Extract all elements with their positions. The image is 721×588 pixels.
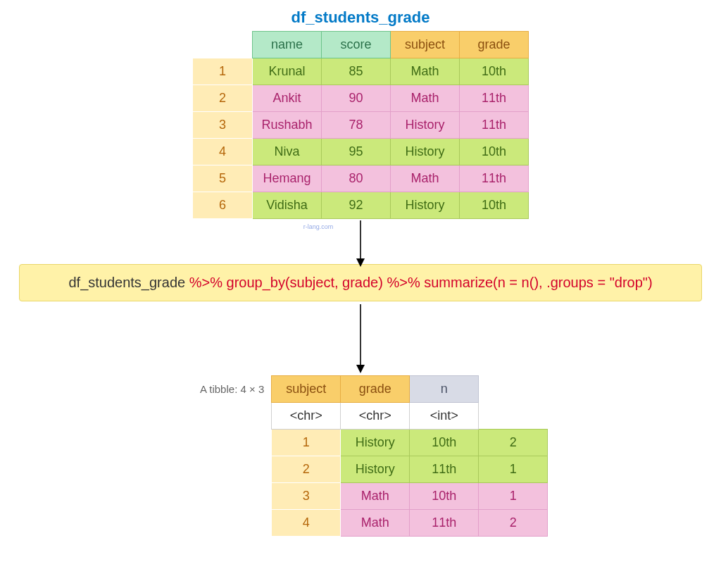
cell-n: 2: [479, 430, 548, 456]
table-row: 1History10th2: [173, 430, 548, 456]
col-grade: grade: [341, 376, 410, 403]
cell-subject: Math: [341, 483, 410, 510]
cell-grade: 11th: [460, 112, 529, 139]
svg-marker-3: [356, 365, 365, 373]
code-summarize: summarize(n = n(), .groups = "drop"): [420, 275, 653, 290]
row-index: 3: [272, 483, 341, 510]
type-int: <int>: [410, 403, 479, 430]
blank-cell: [173, 430, 272, 456]
pipe-operator: %>%: [387, 275, 420, 290]
row-index: 2: [272, 456, 341, 483]
cell-subject: History: [341, 456, 410, 483]
col-subject: subject: [272, 376, 341, 403]
blank-cell: [173, 456, 272, 483]
cell-name: Vidisha: [253, 192, 322, 219]
cell-subject: History: [391, 112, 460, 139]
cell-grade: 11th: [410, 456, 479, 483]
row-index: 2: [193, 85, 253, 112]
row-index: 4: [193, 139, 253, 165]
cell-name: Ankit: [253, 85, 322, 112]
cell-grade: 11th: [460, 85, 529, 112]
cell-n: 1: [479, 483, 548, 510]
cell-grade: 10th: [410, 483, 479, 510]
input-table: name score subject grade 1Krunal85Math10…: [0, 31, 721, 219]
cell-score: 78: [322, 112, 391, 139]
type-row: <chr> <chr> <int>: [173, 403, 548, 430]
table-row: 4Math11th2: [173, 510, 548, 537]
col-n: n: [410, 376, 479, 403]
cell-score: 95: [322, 139, 391, 165]
blank-cell: [173, 510, 272, 537]
blank-cell: [173, 403, 272, 430]
pipe-operator: %>%: [189, 275, 222, 290]
col-grade: grade: [460, 32, 529, 58]
cell-score: 85: [322, 58, 391, 85]
col-subject: subject: [391, 32, 460, 58]
cell-name: Hemang: [253, 165, 322, 192]
cell-subject: History: [341, 430, 410, 456]
diagram-title: df_students_grade: [0, 0, 721, 31]
cell-grade: 10th: [460, 139, 529, 165]
col-score: score: [322, 32, 391, 58]
cell-grade: 11th: [460, 165, 529, 192]
cell-name: Rushabh: [253, 112, 322, 139]
cell-subject: History: [391, 192, 460, 219]
cell-n: 2: [479, 510, 548, 537]
table-row: 3Math10th1: [173, 483, 548, 510]
code-prefix: df_students_grade: [68, 275, 189, 290]
blank-cell: [193, 32, 253, 58]
cell-grade: 10th: [460, 192, 529, 219]
row-index: 3: [193, 112, 253, 139]
type-chr: <chr>: [341, 403, 410, 430]
table-row: 1Krunal85Math10th: [193, 58, 529, 85]
row-index: 1: [193, 58, 253, 85]
blank-cell: [173, 483, 272, 510]
row-index: 4: [272, 510, 341, 537]
cell-grade: 10th: [410, 430, 479, 456]
cell-score: 80: [322, 165, 391, 192]
row-index: 6: [193, 192, 253, 219]
code-groupby: group_by(subject, grade): [222, 275, 387, 290]
code-expression: df_students_grade %>% group_by(subject, …: [19, 264, 702, 301]
table-row: 6Vidisha92History10th: [193, 192, 529, 219]
arrow-down-icon: [346, 301, 375, 375]
cell-name: Niva: [253, 139, 322, 165]
cell-score: 92: [322, 192, 391, 219]
table-row: 3Rushabh78History11th: [193, 112, 529, 139]
watermark-text: r-lang.com: [0, 223, 721, 230]
cell-n: 1: [479, 456, 548, 483]
cell-score: 90: [322, 85, 391, 112]
tibble-dimensions: A tibble: 4 × 3: [173, 376, 272, 403]
cell-subject: History: [391, 139, 460, 165]
row-index: 1: [272, 430, 341, 456]
cell-subject: Math: [391, 58, 460, 85]
table-header-row: name score subject grade: [193, 32, 529, 58]
cell-name: Krunal: [253, 58, 322, 85]
cell-subject: Math: [391, 165, 460, 192]
row-index: 5: [193, 165, 253, 192]
table-row: 5Hemang80Math11th: [193, 165, 529, 192]
cell-grade: 11th: [410, 510, 479, 537]
type-chr: <chr>: [272, 403, 341, 430]
cell-subject: Math: [341, 510, 410, 537]
table-header-row: A tibble: 4 × 3 subject grade n: [173, 376, 548, 403]
cell-subject: Math: [391, 85, 460, 112]
table-row: 4Niva95History10th: [193, 139, 529, 165]
output-table: A tibble: 4 × 3 subject grade n <chr> <c…: [0, 375, 721, 537]
table-row: 2Ankit90Math11th: [193, 85, 529, 112]
table-row: 2History11th1: [173, 456, 548, 483]
col-name: name: [253, 32, 322, 58]
cell-grade: 10th: [460, 58, 529, 85]
